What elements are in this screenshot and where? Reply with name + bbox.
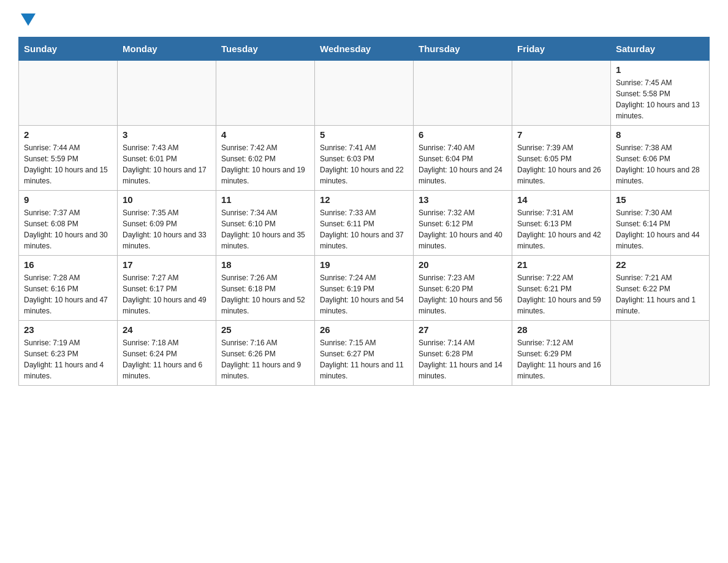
calendar-cell: 13Sunrise: 7:32 AMSunset: 6:12 PMDayligh… [414,191,512,256]
day-number: 5 [320,129,408,140]
calendar-cell: 20Sunrise: 7:23 AMSunset: 6:20 PMDayligh… [414,256,512,321]
logo [18,12,36,25]
day-info: Sunrise: 7:41 AMSunset: 6:03 PMDaylight:… [320,142,408,186]
calendar-header-row: SundayMondayTuesdayWednesdayThursdayFrid… [19,37,710,61]
calendar-week-5: 23Sunrise: 7:19 AMSunset: 6:23 PMDayligh… [19,321,710,386]
calendar-week-3: 9Sunrise: 7:37 AMSunset: 6:08 PMDaylight… [19,191,710,256]
day-number: 21 [517,259,605,270]
col-header-saturday: Saturday [611,37,710,61]
calendar-cell: 1Sunrise: 7:45 AMSunset: 5:58 PMDaylight… [611,61,710,126]
col-header-thursday: Thursday [414,37,512,61]
day-info: Sunrise: 7:44 AMSunset: 5:59 PMDaylight:… [24,142,112,186]
day-info: Sunrise: 7:23 AMSunset: 6:20 PMDaylight:… [419,272,507,316]
day-number: 25 [221,324,309,335]
calendar-cell: 16Sunrise: 7:28 AMSunset: 6:16 PMDayligh… [19,256,118,321]
day-info: Sunrise: 7:15 AMSunset: 6:27 PMDaylight:… [320,337,408,381]
day-number: 19 [320,259,408,270]
day-number: 26 [320,324,408,335]
calendar-cell: 26Sunrise: 7:15 AMSunset: 6:27 PMDayligh… [315,321,414,386]
calendar-cell: 3Sunrise: 7:43 AMSunset: 6:01 PMDaylight… [118,126,216,191]
calendar-cell: 9Sunrise: 7:37 AMSunset: 6:08 PMDaylight… [19,191,118,256]
calendar-cell: 10Sunrise: 7:35 AMSunset: 6:09 PMDayligh… [118,191,216,256]
calendar-cell: 2Sunrise: 7:44 AMSunset: 5:59 PMDaylight… [19,126,118,191]
calendar-cell: 28Sunrise: 7:12 AMSunset: 6:29 PMDayligh… [512,321,611,386]
calendar-cell [611,321,710,386]
calendar-cell: 23Sunrise: 7:19 AMSunset: 6:23 PMDayligh… [19,321,118,386]
day-number: 28 [517,324,605,335]
calendar-cell: 8Sunrise: 7:38 AMSunset: 6:06 PMDaylight… [611,126,710,191]
day-info: Sunrise: 7:28 AMSunset: 6:16 PMDaylight:… [24,272,112,316]
calendar-week-2: 2Sunrise: 7:44 AMSunset: 5:59 PMDaylight… [19,126,710,191]
calendar-cell: 19Sunrise: 7:24 AMSunset: 6:19 PMDayligh… [315,256,414,321]
calendar-cell: 22Sunrise: 7:21 AMSunset: 6:22 PMDayligh… [611,256,710,321]
day-info: Sunrise: 7:43 AMSunset: 6:01 PMDaylight:… [123,142,211,186]
day-info: Sunrise: 7:12 AMSunset: 6:29 PMDaylight:… [517,337,605,381]
col-header-monday: Monday [118,37,216,61]
col-header-sunday: Sunday [19,37,118,61]
day-info: Sunrise: 7:40 AMSunset: 6:04 PMDaylight:… [419,142,507,186]
day-number: 24 [123,324,211,335]
col-header-wednesday: Wednesday [315,37,414,61]
calendar-cell [19,61,118,126]
day-info: Sunrise: 7:33 AMSunset: 6:11 PMDaylight:… [320,207,408,251]
calendar-cell: 24Sunrise: 7:18 AMSunset: 6:24 PMDayligh… [118,321,216,386]
calendar-cell: 7Sunrise: 7:39 AMSunset: 6:05 PMDaylight… [512,126,611,191]
calendar-cell: 25Sunrise: 7:16 AMSunset: 6:26 PMDayligh… [216,321,315,386]
day-info: Sunrise: 7:26 AMSunset: 6:18 PMDaylight:… [221,272,309,316]
calendar-cell: 21Sunrise: 7:22 AMSunset: 6:21 PMDayligh… [512,256,611,321]
day-number: 15 [616,194,704,205]
day-info: Sunrise: 7:39 AMSunset: 6:05 PMDaylight:… [517,142,605,186]
day-number: 12 [320,194,408,205]
day-number: 27 [419,324,507,335]
calendar-cell [414,61,512,126]
day-number: 8 [616,129,704,140]
day-info: Sunrise: 7:19 AMSunset: 6:23 PMDaylight:… [24,337,112,381]
day-info: Sunrise: 7:35 AMSunset: 6:09 PMDaylight:… [123,207,211,251]
day-number: 16 [24,259,112,270]
day-number: 17 [123,259,211,270]
calendar-cell: 17Sunrise: 7:27 AMSunset: 6:17 PMDayligh… [118,256,216,321]
day-info: Sunrise: 7:16 AMSunset: 6:26 PMDaylight:… [221,337,309,381]
day-number: 9 [24,194,112,205]
calendar-week-1: 1Sunrise: 7:45 AMSunset: 5:58 PMDaylight… [19,61,710,126]
col-header-friday: Friday [512,37,611,61]
day-number: 3 [123,129,211,140]
day-number: 22 [616,259,704,270]
calendar-cell [512,61,611,126]
day-number: 23 [24,324,112,335]
day-info: Sunrise: 7:22 AMSunset: 6:21 PMDaylight:… [517,272,605,316]
day-number: 14 [517,194,605,205]
calendar-cell: 15Sunrise: 7:30 AMSunset: 6:14 PMDayligh… [611,191,710,256]
calendar-cell: 18Sunrise: 7:26 AMSunset: 6:18 PMDayligh… [216,256,315,321]
calendar-cell: 27Sunrise: 7:14 AMSunset: 6:28 PMDayligh… [414,321,512,386]
day-info: Sunrise: 7:24 AMSunset: 6:19 PMDaylight:… [320,272,408,316]
day-info: Sunrise: 7:32 AMSunset: 6:12 PMDaylight:… [419,207,507,251]
page-header [18,12,710,25]
day-info: Sunrise: 7:42 AMSunset: 6:02 PMDaylight:… [221,142,309,186]
day-number: 6 [419,129,507,140]
calendar-week-4: 16Sunrise: 7:28 AMSunset: 6:16 PMDayligh… [19,256,710,321]
day-info: Sunrise: 7:14 AMSunset: 6:28 PMDaylight:… [419,337,507,381]
day-info: Sunrise: 7:31 AMSunset: 6:13 PMDaylight:… [517,207,605,251]
calendar-cell: 4Sunrise: 7:42 AMSunset: 6:02 PMDaylight… [216,126,315,191]
calendar-cell [118,61,216,126]
day-info: Sunrise: 7:27 AMSunset: 6:17 PMDaylight:… [123,272,211,316]
calendar-cell [315,61,414,126]
day-info: Sunrise: 7:37 AMSunset: 6:08 PMDaylight:… [24,207,112,251]
calendar-table: SundayMondayTuesdayWednesdayThursdayFrid… [18,37,710,386]
day-number: 1 [616,64,704,75]
calendar-cell: 14Sunrise: 7:31 AMSunset: 6:13 PMDayligh… [512,191,611,256]
day-info: Sunrise: 7:34 AMSunset: 6:10 PMDaylight:… [221,207,309,251]
day-number: 11 [221,194,309,205]
calendar-cell [216,61,315,126]
calendar-cell: 12Sunrise: 7:33 AMSunset: 6:11 PMDayligh… [315,191,414,256]
calendar-cell: 5Sunrise: 7:41 AMSunset: 6:03 PMDaylight… [315,126,414,191]
col-header-tuesday: Tuesday [216,37,315,61]
logo-triangle-icon [21,13,36,26]
day-info: Sunrise: 7:38 AMSunset: 6:06 PMDaylight:… [616,142,704,186]
day-info: Sunrise: 7:30 AMSunset: 6:14 PMDaylight:… [616,207,704,251]
day-number: 20 [419,259,507,270]
day-number: 10 [123,194,211,205]
calendar-cell: 11Sunrise: 7:34 AMSunset: 6:10 PMDayligh… [216,191,315,256]
day-info: Sunrise: 7:45 AMSunset: 5:58 PMDaylight:… [616,77,704,121]
